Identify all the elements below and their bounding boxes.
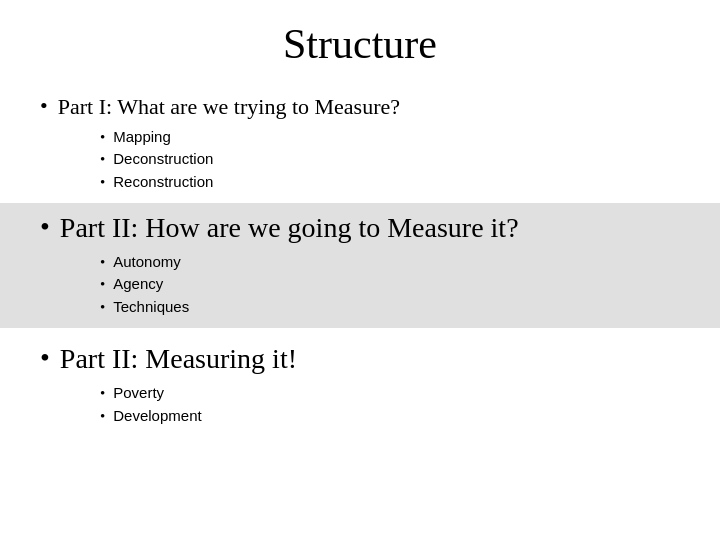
sub-dot-reconstruction: • <box>100 171 105 194</box>
sub-dot-autonomy: • <box>100 251 105 274</box>
sub-bullet-reconstruction: • Reconstruction <box>100 171 680 194</box>
sub-bullet-techniques: • Techniques <box>100 296 680 319</box>
sub-bullet-agency: • Agency <box>100 273 680 296</box>
sub-text-mapping: Mapping <box>113 126 171 149</box>
sub-dot-agency: • <box>100 273 105 296</box>
main-bullet-text-part2a: Part II: How are we going to Measure it? <box>60 209 519 247</box>
section-part2a: • Part II: How are we going to Measure i… <box>0 203 720 328</box>
sub-bullet-mapping: • Mapping <box>100 126 680 149</box>
sub-text-agency: Agency <box>113 273 163 296</box>
main-bullet-part1: • Part I: What are we trying to Measure? <box>40 92 680 122</box>
bullet-dot-part2b: • <box>40 340 50 376</box>
slide: Structure • Part I: What are we trying t… <box>0 0 720 540</box>
sub-text-techniques: Techniques <box>113 296 189 319</box>
sub-bullet-autonomy: • Autonomy <box>100 251 680 274</box>
sub-bullet-development: • Development <box>100 405 680 428</box>
sub-bullet-deconstruction: • Deconstruction <box>100 148 680 171</box>
sub-text-development: Development <box>113 405 201 428</box>
main-bullet-text-part2b: Part II: Measuring it! <box>60 340 297 378</box>
sub-text-poverty: Poverty <box>113 382 164 405</box>
sub-dot-poverty: • <box>100 382 105 405</box>
bullet-dot-part1: • <box>40 92 48 121</box>
main-bullet-text-part1: Part I: What are we trying to Measure? <box>58 92 400 122</box>
sub-text-reconstruction: Reconstruction <box>113 171 213 194</box>
sub-dot-development: • <box>100 405 105 428</box>
bullet-dot-part2a: • <box>40 209 50 245</box>
main-bullet-part2a: • Part II: How are we going to Measure i… <box>40 209 680 247</box>
sub-dot-techniques: • <box>100 296 105 319</box>
main-bullet-part2b: • Part II: Measuring it! <box>40 340 680 378</box>
section-part1: • Part I: What are we trying to Measure?… <box>40 92 680 197</box>
sub-dot-deconstruction: • <box>100 148 105 171</box>
sub-text-autonomy: Autonomy <box>113 251 181 274</box>
sub-text-deconstruction: Deconstruction <box>113 148 213 171</box>
sub-bullet-poverty: • Poverty <box>100 382 680 405</box>
slide-title: Structure <box>40 20 680 68</box>
section-part2b: • Part II: Measuring it! • Poverty • Dev… <box>40 340 680 431</box>
sub-bullets-part2a: • Autonomy • Agency • Techniques <box>100 251 680 319</box>
sub-bullets-part1: • Mapping • Deconstruction • Reconstruct… <box>100 126 680 194</box>
sub-bullets-part2b: • Poverty • Development <box>100 382 680 427</box>
sub-dot-mapping: • <box>100 126 105 149</box>
